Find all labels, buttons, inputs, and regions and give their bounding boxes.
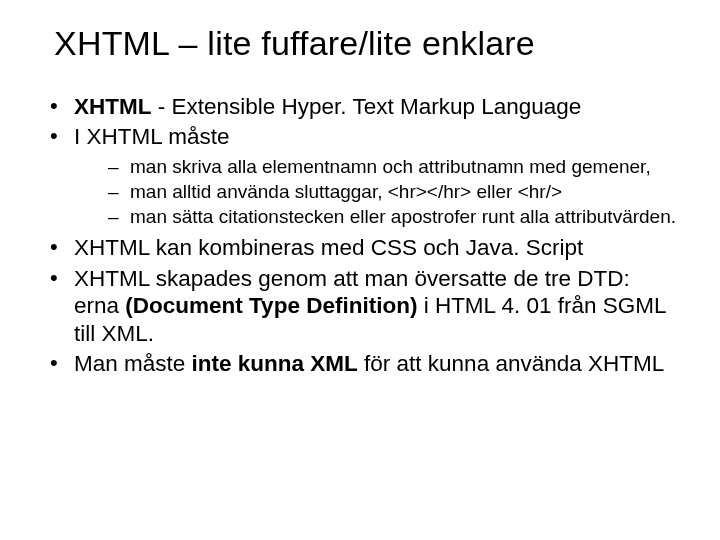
sub-bullet-item: man alltid använda sluttaggar, <hr></hr>… — [108, 180, 680, 203]
text: för att kunna använda XHTML — [358, 351, 664, 376]
text: kombineras — [198, 235, 314, 260]
bullet-item: XHTML kan kombineras med CSS och Java. S… — [50, 234, 680, 261]
text: gemener — [571, 156, 645, 177]
text: man skriva alla elementnamn och attribut… — [130, 156, 571, 177]
text: citationstecken — [219, 206, 345, 227]
text: XHTML kan — [74, 235, 198, 260]
slide-title: XHTML – lite fuffare/lite enklare — [54, 24, 680, 63]
text: , <hr></hr> eller <hr/> — [377, 181, 562, 202]
bullet-item: I XHTML måste man skriva alla elementnam… — [50, 123, 680, 228]
sub-bullet-list: man skriva alla elementnamn och attribut… — [74, 155, 680, 229]
text: Man måste — [74, 351, 192, 376]
text: sluttaggar — [295, 181, 377, 202]
text-bold: (Document Type Definition) — [125, 293, 417, 318]
text: eller apostrofer runt alla attributvärde… — [344, 206, 676, 227]
bullet-item: XHTML skapades genom att man översatte d… — [50, 265, 680, 347]
bullet-item: XHTML - Extensible Hyper. Text Markup La… — [50, 93, 680, 120]
text: man alltid använda — [130, 181, 295, 202]
text: - Extensible Hyper. Text Markup Language — [152, 94, 582, 119]
text: . — [148, 321, 154, 346]
bullet-item: Man måste inte kunna XML för att kunna a… — [50, 350, 680, 377]
text: I XHTML måste — [74, 124, 229, 149]
text: med CSS och Java. Script — [315, 235, 584, 260]
slide: XHTML – lite fuffare/lite enklare XHTML … — [0, 0, 720, 401]
text: , — [645, 156, 650, 177]
sub-bullet-item: man sätta citationstecken eller apostrof… — [108, 205, 680, 228]
sub-bullet-item: man skriva alla elementnamn och attribut… — [108, 155, 680, 178]
text-bold: inte kunna XML — [192, 351, 358, 376]
text-bold: XHTML — [74, 94, 152, 119]
text: man sätta — [130, 206, 219, 227]
text: XML — [102, 321, 148, 346]
bullet-list: XHTML - Extensible Hyper. Text Markup La… — [40, 93, 680, 378]
